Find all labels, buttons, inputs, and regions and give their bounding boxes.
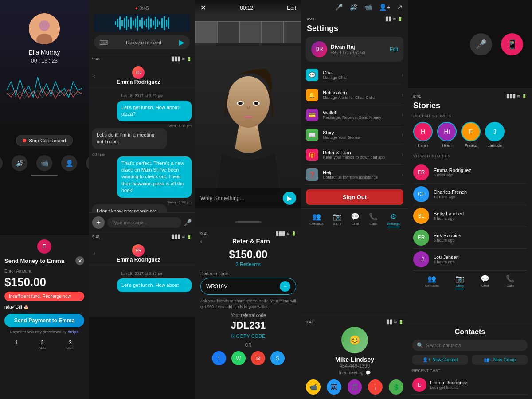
key-2[interactable]: 2ABC: [37, 338, 47, 352]
key-1[interactable]: 1: [13, 338, 20, 352]
viewed-story-charles[interactable]: CF Charles French 10 mins ago: [413, 184, 527, 205]
speaker-button[interactable]: 🔊: [12, 155, 27, 171]
incoming-message-1: Let's do it! I'm in a meeting until noon…: [92, 128, 167, 149]
keyboard-icon[interactable]: ⌨: [99, 39, 108, 46]
settings-item-help[interactable]: ❓ Help Contact us for more assistance ›: [306, 165, 403, 185]
send-voice-arrow[interactable]: ▶: [179, 38, 184, 47]
viewed-story-erik[interactable]: ER Erik Robbins 6 hours ago: [413, 227, 527, 249]
settings-item-notification[interactable]: 🔔 Notification Manage Alerts for Chat, C…: [306, 85, 403, 105]
chat-messages-1[interactable]: Jan 18, 2017 at 3:30 pm Let's get lunch.…: [89, 87, 195, 212]
nav-calls[interactable]: 📞 Calls: [369, 212, 378, 227]
payment-close-button[interactable]: ✕: [75, 256, 84, 265]
stories-nav-chat[interactable]: 💬 Chat: [481, 274, 489, 289]
audio-waveform: [7, 73, 82, 108]
chat-date-2: Jan 18, 2017 at 3:30 pm: [92, 271, 192, 276]
insufficient-fund-button[interactable]: Insufficient fund. Recharge now: [4, 292, 84, 301]
settings-item-wallet[interactable]: 💳 Wallet Recharge, Receive, Send Money ›: [306, 105, 403, 125]
key-3[interactable]: 3DEF: [65, 338, 76, 352]
stories-nav-story-active[interactable]: 📷 Story: [455, 274, 464, 289]
payment-option[interactable]: 💲: [389, 379, 403, 395]
stories-nav-calls[interactable]: 📞 Calls: [506, 274, 515, 289]
share-icon[interactable]: ↗: [397, 4, 403, 11]
fab-end-call-button[interactable]: 📱: [501, 33, 523, 55]
redeem-code-value[interactable]: WR310V: [206, 283, 280, 289]
story-hiren[interactable]: Hi Hiren: [437, 122, 457, 148]
payment-title: Send Money to Emma: [4, 258, 64, 264]
settings-profile-card[interactable]: DR Divan Raj +91 11717 67269 Edit: [306, 37, 403, 62]
chat-messages-2[interactable]: Jan 18, 2017 at 3:30 pm Let's get lunch.…: [89, 265, 195, 317]
redeem-submit-button[interactable]: →: [280, 281, 290, 292]
mute-icon[interactable]: 🎤: [335, 4, 343, 11]
share-facebook-button[interactable]: f: [212, 351, 226, 365]
photo-send-button[interactable]: ▶: [283, 192, 296, 205]
profile-avatar: DR: [311, 41, 327, 57]
nav-story[interactable]: 📷 Story: [333, 212, 342, 227]
video-button[interactable]: 📹: [36, 155, 52, 171]
message-input[interactable]: [107, 217, 181, 228]
copy-code-button[interactable]: COPY CODE: [236, 333, 266, 339]
chat-back-arrow-2[interactable]: ‹: [93, 250, 95, 257]
audio-option[interactable]: 🎵: [348, 379, 362, 395]
attach-button[interactable]: +: [92, 216, 105, 229]
contacts-title: Contacts: [455, 328, 485, 336]
viewed-story-betty[interactable]: BL Betty Lambert 3 hours ago: [413, 205, 527, 227]
record-dot: ●: [135, 5, 138, 11]
call-screen: Ella Murray 00 : 13 : 23 Stop Call Recor…: [0, 0, 89, 235]
more-button[interactable]: 📱: [86, 155, 89, 171]
share-whatsapp-button[interactable]: W: [231, 351, 246, 365]
chat-back-arrow[interactable]: ‹: [93, 72, 95, 79]
share-email-button[interactable]: ✉: [251, 351, 265, 365]
redeem-label: Redeem code: [200, 271, 296, 276]
story-jamude[interactable]: J Jamude: [485, 122, 505, 148]
viewed-story-lou[interactable]: LJ Lou Jensen 6 hours ago: [413, 249, 527, 270]
video-icon[interactable]: 📹: [364, 4, 372, 11]
story-helen[interactable]: H Helen: [413, 122, 433, 148]
call-controls-row: 🎤 🔊 📹 👤 📱: [0, 155, 89, 171]
mic-button[interactable]: 🎤: [184, 219, 192, 226]
photo-close-button[interactable]: ✕: [200, 4, 206, 12]
profile-text: Divan Raj +91 11717 67269: [331, 44, 365, 55]
col2-chat: ● 0:45: [89, 0, 195, 399]
contacts-search-input[interactable]: [426, 343, 523, 348]
send-payment-button[interactable]: Send Payment to Emma: [4, 314, 84, 327]
outgoing-message-2: That's perfect. There's a new place on M…: [117, 156, 192, 198]
viewed-story-emma[interactable]: ER Emma Rodriguez 5 mins ago: [413, 162, 527, 184]
story-freakz[interactable]: F Freakz: [461, 122, 481, 148]
video-call-option[interactable]: 📹: [306, 379, 321, 395]
caller-name: Ella Murray: [29, 49, 60, 56]
recent-chat-item-1[interactable]: E Emma Rodriguez Let's get lunch...: [412, 376, 528, 395]
mute-button[interactable]: 🎤: [0, 155, 3, 171]
new-group-button[interactable]: 👥+ New Group: [472, 355, 528, 365]
sign-out-button[interactable]: Sign Out: [306, 189, 403, 205]
profile-edit-button[interactable]: Edit: [390, 47, 398, 52]
fab-mute-button[interactable]: 🎤: [470, 33, 492, 55]
write-placeholder[interactable]: Write Something...: [200, 195, 244, 201]
notification-settings-icon: 🔔: [306, 89, 318, 101]
charles-story-avatar: CF: [413, 186, 429, 202]
jamude-avatar: J: [485, 122, 505, 141]
settings-screen: 9:41 ▊▊ ≋ 🔋 Settings DR Divan Raj +91 11…: [301, 14, 408, 315]
share-twitter-button[interactable]: S: [270, 351, 285, 365]
settings-item-refer[interactable]: 🎁 Refer & Earn Refer your friends to dow…: [306, 145, 403, 165]
status-bar-1: 9:41 ▊▊▊ ≋ 🔋: [89, 55, 195, 63]
settings-item-chat[interactable]: 💬 Chat Manage Chat ›: [306, 65, 403, 85]
search-contacts-bar[interactable]: 🔍: [412, 340, 528, 351]
nav-contacts[interactable]: 👥 Contacts: [309, 212, 324, 227]
incoming-caller-name: Mike Lindsey: [335, 356, 374, 363]
speaker-icon[interactable]: 🔊: [350, 4, 357, 11]
add-user-button[interactable]: 👤: [61, 155, 77, 171]
nav-settings-active[interactable]: ⚙ Settings: [387, 212, 400, 227]
nav-chat[interactable]: 💬 Chat: [351, 212, 360, 227]
add-person-icon[interactable]: 👤+: [379, 4, 390, 11]
stories-contacts-icon: 👥: [427, 274, 436, 283]
location-option[interactable]: 📍: [368, 379, 383, 395]
image-option[interactable]: 🖼: [327, 379, 341, 395]
stop-record-button[interactable]: Stop Call Record: [16, 135, 72, 146]
refer-back-button[interactable]: ‹: [200, 238, 203, 245]
settings-item-story[interactable]: 📖 Story Manage Your Stories ›: [306, 125, 403, 145]
stories-nav-contacts[interactable]: 👥 Contacts: [425, 274, 439, 289]
message-row-1: Let's get lunch. How about pizza? Seen ·…: [92, 101, 192, 128]
new-contact-button[interactable]: 👤+ New Contact: [412, 355, 468, 365]
viewed-stories-label: VIEWED STORIES: [413, 154, 527, 158]
photo-edit-button[interactable]: Edit: [287, 5, 296, 11]
